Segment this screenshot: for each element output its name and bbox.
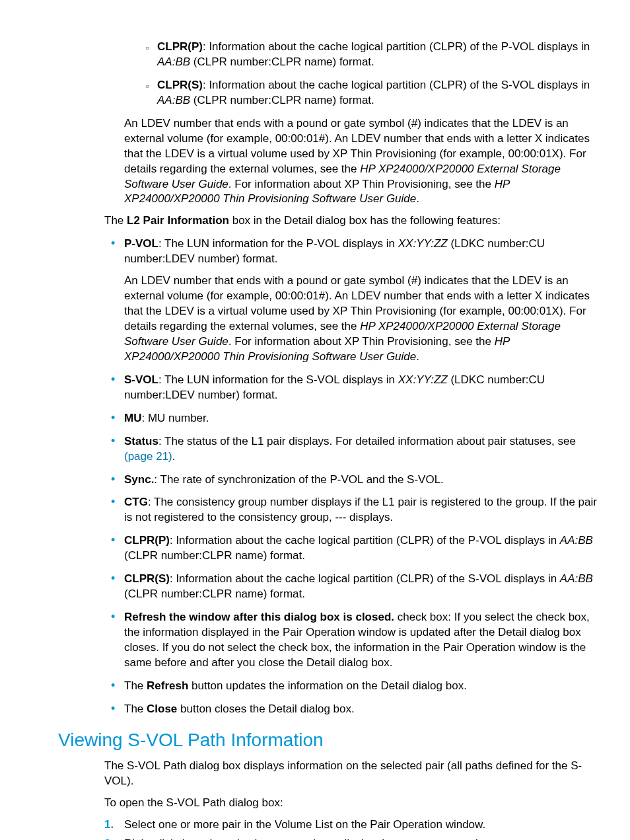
ldev-note: An LDEV number that ends with a pound or… [124,116,597,208]
page-link[interactable]: (page 21) [124,450,172,463]
bullet-content: Refresh the window after this dialog box… [124,610,597,671]
bullet-content: MU: MU number. [124,411,597,426]
bullet-refresh-button: • The Refresh button updates the informa… [111,679,597,694]
bullet-text: CLPR(S): Information about the cache log… [157,78,597,108]
bullet-mu: • MU: MU number. [111,411,597,426]
step-number: 2. [104,837,124,840]
section-heading: Viewing S-VOL Path Information [58,728,597,753]
bullet-pvol: • P-VOL: The LUN information for the P-V… [111,237,597,365]
bullet-marker: • [111,702,124,717]
bullet-marker: • [111,610,124,671]
bullet-text: CLPR(P): Information about the cache log… [157,40,597,70]
l2-intro: The L2 Pair Information box in the Detai… [104,213,597,229]
bullet-marker: ○ [145,78,157,108]
bullet-content: Status: The status of the L1 pair displa… [124,434,597,465]
bullet-content: The Close button closes the Detail dialo… [124,702,597,717]
bullet-marker: ○ [145,40,157,70]
bullet-content: CLPR(S): Information about the cache log… [124,572,597,602]
bullet-sync: • Sync.: The rate of synchronization of … [111,473,597,488]
svol-para-2: To open the S-VOL Path dialog box: [104,796,597,811]
bullet-ctg: • CTG: The consistency group number disp… [111,495,597,525]
main-bullet-list: • P-VOL: The LUN information for the P-V… [111,237,597,716]
bullet-svol: • S-VOL: The LUN information for the S-V… [111,373,597,403]
bullet-clprs: • CLPR(S): Information about the cache l… [111,572,597,602]
bullet-clprp: • CLPR(P): Information about the cache l… [111,533,597,564]
bullet-content: CTG: The consistency group number displa… [124,495,597,525]
bullet-status: • Status: The status of the L1 pair disp… [111,434,597,465]
ordered-steps: 1. Select one or more pair in the Volume… [104,818,597,840]
step-text: Right-click the selected volumes or pair… [124,837,487,840]
sub-bullet-clprs: ○ CLPR(S): Information about the cache l… [145,78,597,108]
svol-para-1: The S-VOL Path dialog box displays infor… [104,759,597,789]
bullet-content: CLPR(P): Information about the cache log… [124,533,597,564]
step-number: 1. [104,818,124,833]
bullet-marker: • [111,533,124,564]
step-2: 2. Right-click the selected volumes or p… [104,837,597,840]
bullet-marker: • [111,373,124,403]
bullet-content: The Refresh button updates the informati… [124,679,597,694]
step-text: Select one or more pair in the Volume Li… [124,818,485,833]
bullet-marker: • [111,495,124,525]
bullet-content: S-VOL: The LUN information for the S-VOL… [124,373,597,403]
bullet-marker: • [111,434,124,465]
bullet-refresh-checkbox: • Refresh the window after this dialog b… [111,610,597,671]
sub-bullet-list: ○ CLPR(P): Information about the cache l… [145,40,597,108]
bullet-marker: • [111,679,124,694]
sub-bullet-clprp: ○ CLPR(P): Information about the cache l… [145,40,597,70]
bullet-content: Sync.: The rate of synchronization of th… [124,473,597,488]
bullet-marker: • [111,237,124,365]
bullet-marker: • [111,411,124,426]
bullet-close-button: • The Close button closes the Detail dia… [111,702,597,717]
bullet-content: P-VOL: The LUN information for the P-VOL… [124,237,597,365]
step-1: 1. Select one or more pair in the Volume… [104,818,597,833]
bullet-marker: • [111,473,124,488]
bullet-marker: • [111,572,124,602]
